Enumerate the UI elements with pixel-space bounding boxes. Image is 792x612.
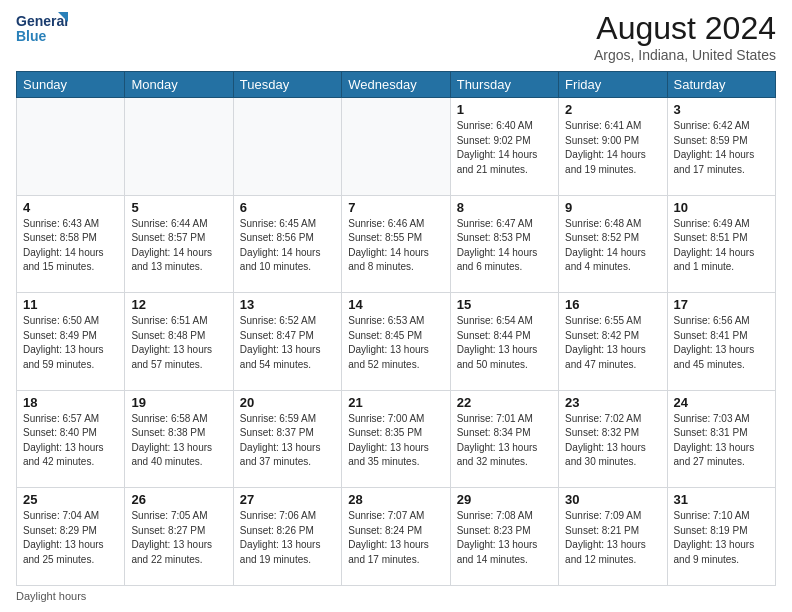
day-number: 24 — [674, 395, 769, 410]
calendar-cell: 18Sunrise: 6:57 AM Sunset: 8:40 PM Dayli… — [17, 390, 125, 488]
day-number: 14 — [348, 297, 443, 312]
day-info: Sunrise: 6:45 AM Sunset: 8:56 PM Dayligh… — [240, 217, 335, 275]
day-info: Sunrise: 7:03 AM Sunset: 8:31 PM Dayligh… — [674, 412, 769, 470]
col-header-wednesday: Wednesday — [342, 72, 450, 98]
day-number: 27 — [240, 492, 335, 507]
day-number: 31 — [674, 492, 769, 507]
day-number: 12 — [131, 297, 226, 312]
calendar-cell: 29Sunrise: 7:08 AM Sunset: 8:23 PM Dayli… — [450, 488, 558, 586]
calendar-body: 1Sunrise: 6:40 AM Sunset: 9:02 PM Daylig… — [17, 98, 776, 586]
day-number: 7 — [348, 200, 443, 215]
calendar-cell — [342, 98, 450, 196]
week-row-0: 1Sunrise: 6:40 AM Sunset: 9:02 PM Daylig… — [17, 98, 776, 196]
week-row-3: 18Sunrise: 6:57 AM Sunset: 8:40 PM Dayli… — [17, 390, 776, 488]
calendar-cell — [233, 98, 341, 196]
calendar-cell: 8Sunrise: 6:47 AM Sunset: 8:53 PM Daylig… — [450, 195, 558, 293]
day-info: Sunrise: 6:42 AM Sunset: 8:59 PM Dayligh… — [674, 119, 769, 177]
day-info: Sunrise: 6:44 AM Sunset: 8:57 PM Dayligh… — [131, 217, 226, 275]
day-number: 30 — [565, 492, 660, 507]
day-info: Sunrise: 7:00 AM Sunset: 8:35 PM Dayligh… — [348, 412, 443, 470]
day-info: Sunrise: 6:51 AM Sunset: 8:48 PM Dayligh… — [131, 314, 226, 372]
calendar-cell: 12Sunrise: 6:51 AM Sunset: 8:48 PM Dayli… — [125, 293, 233, 391]
calendar-cell: 16Sunrise: 6:55 AM Sunset: 8:42 PM Dayli… — [559, 293, 667, 391]
day-info: Sunrise: 6:43 AM Sunset: 8:58 PM Dayligh… — [23, 217, 118, 275]
page: GeneralBlue August 2024 Argos, Indiana, … — [0, 0, 792, 612]
day-number: 11 — [23, 297, 118, 312]
day-info: Sunrise: 7:07 AM Sunset: 8:24 PM Dayligh… — [348, 509, 443, 567]
calendar-cell: 14Sunrise: 6:53 AM Sunset: 8:45 PM Dayli… — [342, 293, 450, 391]
calendar-cell: 11Sunrise: 6:50 AM Sunset: 8:49 PM Dayli… — [17, 293, 125, 391]
day-number: 19 — [131, 395, 226, 410]
calendar-cell: 20Sunrise: 6:59 AM Sunset: 8:37 PM Dayli… — [233, 390, 341, 488]
day-info: Sunrise: 7:08 AM Sunset: 8:23 PM Dayligh… — [457, 509, 552, 567]
day-info: Sunrise: 7:09 AM Sunset: 8:21 PM Dayligh… — [565, 509, 660, 567]
day-number: 4 — [23, 200, 118, 215]
day-info: Sunrise: 7:10 AM Sunset: 8:19 PM Dayligh… — [674, 509, 769, 567]
day-number: 10 — [674, 200, 769, 215]
day-info: Sunrise: 6:50 AM Sunset: 8:49 PM Dayligh… — [23, 314, 118, 372]
day-number: 22 — [457, 395, 552, 410]
day-number: 15 — [457, 297, 552, 312]
day-number: 3 — [674, 102, 769, 117]
calendar-cell: 31Sunrise: 7:10 AM Sunset: 8:19 PM Dayli… — [667, 488, 775, 586]
day-number: 8 — [457, 200, 552, 215]
day-info: Sunrise: 7:01 AM Sunset: 8:34 PM Dayligh… — [457, 412, 552, 470]
day-info: Sunrise: 6:54 AM Sunset: 8:44 PM Dayligh… — [457, 314, 552, 372]
calendar-cell: 22Sunrise: 7:01 AM Sunset: 8:34 PM Dayli… — [450, 390, 558, 488]
col-header-thursday: Thursday — [450, 72, 558, 98]
calendar-cell: 25Sunrise: 7:04 AM Sunset: 8:29 PM Dayli… — [17, 488, 125, 586]
generalblue-logo: GeneralBlue — [16, 10, 76, 46]
location-subtitle: Argos, Indiana, United States — [594, 47, 776, 63]
day-info: Sunrise: 7:05 AM Sunset: 8:27 PM Dayligh… — [131, 509, 226, 567]
calendar-cell — [125, 98, 233, 196]
week-row-2: 11Sunrise: 6:50 AM Sunset: 8:49 PM Dayli… — [17, 293, 776, 391]
col-header-tuesday: Tuesday — [233, 72, 341, 98]
footer-note: Daylight hours — [16, 590, 776, 602]
calendar-header: SundayMondayTuesdayWednesdayThursdayFrid… — [17, 72, 776, 98]
day-info: Sunrise: 6:56 AM Sunset: 8:41 PM Dayligh… — [674, 314, 769, 372]
header: GeneralBlue August 2024 Argos, Indiana, … — [16, 10, 776, 63]
day-info: Sunrise: 6:53 AM Sunset: 8:45 PM Dayligh… — [348, 314, 443, 372]
day-header-row: SundayMondayTuesdayWednesdayThursdayFrid… — [17, 72, 776, 98]
logo: GeneralBlue — [16, 10, 76, 46]
day-number: 5 — [131, 200, 226, 215]
calendar-cell — [17, 98, 125, 196]
calendar-cell: 19Sunrise: 6:58 AM Sunset: 8:38 PM Dayli… — [125, 390, 233, 488]
col-header-sunday: Sunday — [17, 72, 125, 98]
day-number: 26 — [131, 492, 226, 507]
calendar-cell: 30Sunrise: 7:09 AM Sunset: 8:21 PM Dayli… — [559, 488, 667, 586]
calendar-cell: 17Sunrise: 6:56 AM Sunset: 8:41 PM Dayli… — [667, 293, 775, 391]
week-row-4: 25Sunrise: 7:04 AM Sunset: 8:29 PM Dayli… — [17, 488, 776, 586]
col-header-monday: Monday — [125, 72, 233, 98]
daylight-label: Daylight hours — [16, 590, 86, 602]
calendar-cell: 15Sunrise: 6:54 AM Sunset: 8:44 PM Dayli… — [450, 293, 558, 391]
day-number: 29 — [457, 492, 552, 507]
calendar-cell: 1Sunrise: 6:40 AM Sunset: 9:02 PM Daylig… — [450, 98, 558, 196]
svg-text:Blue: Blue — [16, 28, 47, 44]
day-info: Sunrise: 6:48 AM Sunset: 8:52 PM Dayligh… — [565, 217, 660, 275]
day-number: 6 — [240, 200, 335, 215]
calendar-cell: 26Sunrise: 7:05 AM Sunset: 8:27 PM Dayli… — [125, 488, 233, 586]
calendar-cell: 7Sunrise: 6:46 AM Sunset: 8:55 PM Daylig… — [342, 195, 450, 293]
day-number: 28 — [348, 492, 443, 507]
calendar-cell: 5Sunrise: 6:44 AM Sunset: 8:57 PM Daylig… — [125, 195, 233, 293]
day-info: Sunrise: 6:55 AM Sunset: 8:42 PM Dayligh… — [565, 314, 660, 372]
day-number: 20 — [240, 395, 335, 410]
day-number: 21 — [348, 395, 443, 410]
calendar-cell: 4Sunrise: 6:43 AM Sunset: 8:58 PM Daylig… — [17, 195, 125, 293]
day-number: 1 — [457, 102, 552, 117]
calendar-cell: 24Sunrise: 7:03 AM Sunset: 8:31 PM Dayli… — [667, 390, 775, 488]
day-number: 13 — [240, 297, 335, 312]
day-info: Sunrise: 6:46 AM Sunset: 8:55 PM Dayligh… — [348, 217, 443, 275]
day-info: Sunrise: 7:04 AM Sunset: 8:29 PM Dayligh… — [23, 509, 118, 567]
day-info: Sunrise: 6:52 AM Sunset: 8:47 PM Dayligh… — [240, 314, 335, 372]
col-header-saturday: Saturday — [667, 72, 775, 98]
calendar-cell: 3Sunrise: 6:42 AM Sunset: 8:59 PM Daylig… — [667, 98, 775, 196]
day-number: 18 — [23, 395, 118, 410]
calendar-cell: 23Sunrise: 7:02 AM Sunset: 8:32 PM Dayli… — [559, 390, 667, 488]
day-number: 23 — [565, 395, 660, 410]
month-title: August 2024 — [594, 10, 776, 47]
calendar-cell: 21Sunrise: 7:00 AM Sunset: 8:35 PM Dayli… — [342, 390, 450, 488]
col-header-friday: Friday — [559, 72, 667, 98]
svg-text:General: General — [16, 13, 68, 29]
